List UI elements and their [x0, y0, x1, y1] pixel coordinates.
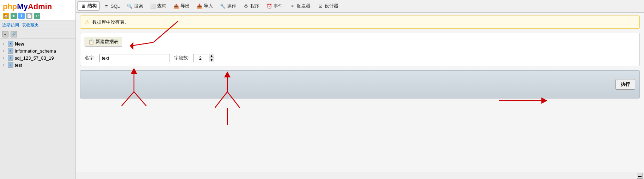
query-icon: ⬜: [150, 3, 156, 9]
toolbar-events[interactable]: ⏰ 事件: [263, 1, 286, 11]
sidebar-minimize-btn[interactable]: −: [2, 31, 8, 37]
tree-label-test: test: [15, 62, 22, 68]
nav-recent[interactable]: 近期访问: [2, 22, 19, 28]
table-name-input[interactable]: [99, 54, 170, 62]
main-wrapper: ⊞ 结构 ≡ SQL 🔍 搜索 ⬜ 查询 📤 导出 📥 导入 🔧 操作 ♻: [76, 0, 644, 179]
nav-favorites[interactable]: 表收藏夹: [22, 22, 39, 28]
warning-text: 数据库中没有表。: [92, 19, 129, 25]
toolbar-routines[interactable]: ♻ 程序: [240, 1, 263, 11]
tree-label-new: New: [15, 41, 24, 47]
info-icon[interactable]: ℹ: [18, 13, 25, 19]
toolbar-import-label: 导入: [204, 3, 213, 9]
toolbar-structure[interactable]: ⊞ 结构: [77, 1, 100, 11]
tree-area: + ▪ New + ▪ information_schema + ▪ sql_1…: [0, 39, 75, 179]
export-icon: 📤: [173, 3, 179, 9]
star-icon[interactable]: ★: [11, 13, 17, 19]
tree-item-sql123[interactable]: + ▪ sql_123_57_83_19: [0, 54, 75, 61]
db-icon-sql: ▪: [8, 55, 13, 61]
tree-item-test[interactable]: + ▪ test: [0, 61, 75, 68]
structure-icon: ⊞: [80, 3, 86, 9]
execution-area: 执行: [80, 70, 640, 99]
name-label: 名字:: [85, 55, 95, 61]
field-count-container: ▲ ▼: [193, 54, 214, 62]
toolbar-query[interactable]: ⬜ 查询: [147, 1, 170, 11]
toolbar-query-label: 查询: [157, 3, 166, 9]
toolbar: ⊞ 结构 ≡ SQL 🔍 搜索 ⬜ 查询 📤 导出 📥 导入 🔧 操作 ♻: [76, 0, 644, 13]
create-table-button[interactable]: 📋 新建数据表: [85, 37, 122, 47]
toolbar-operations[interactable]: 🔧 操作: [217, 1, 239, 11]
toolbar-sql-label: SQL: [111, 4, 120, 9]
logo-area: phpMyAdmin 🏠 ★ ℹ 📄 ↩: [0, 0, 75, 21]
events-icon: ⏰: [266, 3, 272, 9]
toolbar-search[interactable]: 🔍 搜索: [124, 1, 146, 11]
tree-toggle-is: +: [2, 49, 6, 53]
logo-my: My: [17, 2, 28, 11]
toolbar-operations-label: 操作: [227, 3, 236, 9]
content-area: ⚠ 数据库中没有表。 📋 新建数据表 名字: 字段数: ▲ ▼: [76, 13, 644, 172]
fields-label: 字段数:: [174, 55, 189, 61]
tree-toggle-test: +: [2, 63, 6, 67]
triggers-icon: ≈: [290, 3, 295, 9]
warning-box: ⚠ 数据库中没有表。: [80, 16, 640, 29]
nav-tabs: 近期访问 表收藏夹: [0, 21, 75, 30]
exit-icon[interactable]: ↩: [34, 13, 40, 19]
tree-toggle-sql: +: [2, 56, 6, 60]
logo-php: php: [3, 2, 17, 11]
bottom-bar: ▬: [76, 172, 644, 179]
sql-icon: ≡: [104, 3, 109, 9]
toolbar-routines-label: 程序: [250, 3, 259, 9]
form-row: 名字: 字段数: ▲ ▼: [85, 54, 635, 62]
routines-icon: ♻: [243, 3, 249, 9]
toolbar-structure-label: 结构: [87, 3, 97, 9]
logo-icons: 🏠 ★ ℹ 📄 ↩: [3, 13, 73, 19]
db-icon-test: ▪: [8, 62, 13, 68]
toolbar-import[interactable]: 📥 导入: [194, 1, 216, 11]
tree-label-is: information_schema: [15, 48, 56, 54]
toolbar-designer-label: 设计器: [325, 3, 338, 9]
spinner-down-btn[interactable]: ▼: [209, 58, 214, 62]
tree-item-new[interactable]: + ▪ New: [0, 40, 75, 47]
tree-toggle-new: +: [2, 42, 6, 46]
search-icon: 🔍: [127, 3, 133, 9]
toolbar-designer[interactable]: ⊡ 设计器: [314, 1, 342, 11]
toolbar-events-label: 事件: [274, 3, 283, 9]
fields-count-input[interactable]: [193, 54, 207, 62]
operations-icon: 🔧: [220, 3, 226, 9]
tree-label-sql: sql_123_57_83_19: [15, 55, 54, 61]
doc-icon[interactable]: 📄: [26, 13, 32, 19]
import-icon: 📥: [197, 3, 202, 9]
create-table-btn-label: 新建数据表: [96, 38, 118, 45]
db-icon-new: ▪: [8, 41, 13, 47]
execute-button[interactable]: 执行: [615, 79, 635, 90]
spinner-up-btn[interactable]: ▲: [209, 54, 214, 58]
toolbar-export-label: 导出: [180, 3, 190, 9]
logo: phpMyAdmin: [3, 2, 73, 11]
warning-icon: ⚠: [85, 19, 90, 25]
scroll-right-btn[interactable]: ▬: [637, 173, 643, 179]
designer-icon: ⊡: [318, 3, 323, 9]
sidebar-controls: − 🔗: [0, 30, 75, 39]
toolbar-triggers-label: 触发器: [297, 3, 311, 9]
create-table-section: 📋 新建数据表 名字: 字段数: ▲ ▼: [80, 33, 640, 66]
toolbar-export[interactable]: 📤 导出: [170, 1, 193, 11]
toolbar-triggers[interactable]: ≈ 触发器: [287, 1, 314, 11]
toolbar-search-label: 搜索: [134, 3, 143, 9]
spinner-buttons: ▲ ▼: [209, 54, 214, 62]
tree-item-information-schema[interactable]: + ▪ information_schema: [0, 47, 75, 54]
db-icon-is: ▪: [8, 48, 13, 54]
sidebar-link-btn[interactable]: 🔗: [11, 31, 17, 37]
sidebar: phpMyAdmin 🏠 ★ ℹ 📄 ↩ 近期访问 表收藏夹 − 🔗 + ▪ N…: [0, 0, 76, 179]
toolbar-sql[interactable]: ≡ SQL: [100, 2, 123, 10]
create-table-btn-icon: 📋: [88, 39, 94, 44]
home-icon[interactable]: 🏠: [3, 13, 9, 19]
logo-admin: Admin: [28, 2, 52, 11]
